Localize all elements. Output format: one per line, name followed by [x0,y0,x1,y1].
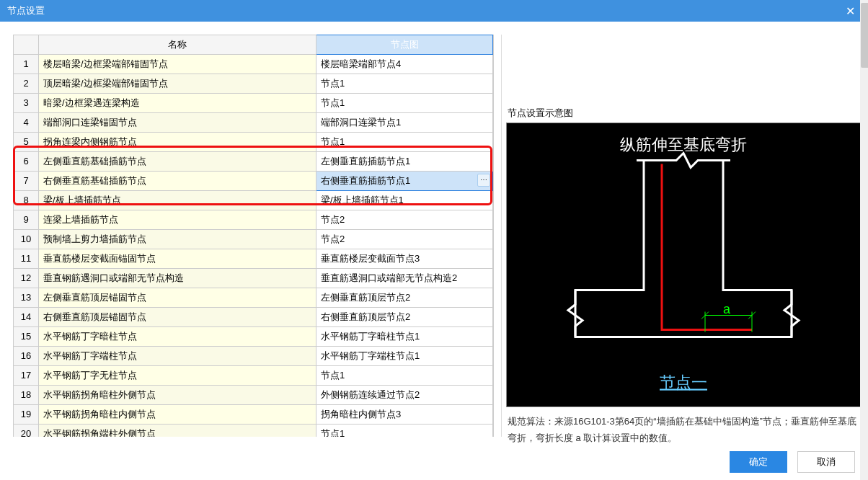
diagram-cell[interactable]: 节点1 [316,94,493,113]
name-cell[interactable]: 右侧垂直筋顶层锚固节点 [39,308,316,327]
row-number: 15 [14,327,39,347]
table-row[interactable]: 14右侧垂直筋顶层锚固节点右侧垂直筋顶层节点2 [14,308,493,327]
name-cell[interactable]: 左侧垂直筋顶层锚固节点 [39,288,316,308]
name-cell[interactable]: 连梁上墙插筋节点 [39,210,316,230]
dialog-footer: 确定 取消 [0,444,868,480]
diagram-cell[interactable]: 左侧垂直筋插筋节点1 [316,152,493,172]
diagram-cell[interactable]: 节点2 [316,230,493,249]
row-number: 11 [14,249,39,269]
diagram-cell[interactable]: 节点2 [316,210,493,230]
row-number: 10 [14,230,39,249]
row-number: 16 [14,347,39,366]
ellipsis-button[interactable]: ⋯ [477,174,490,187]
table-row[interactable]: 15水平钢筋丁字暗柱节点水平钢筋丁字暗柱节点1 [14,327,493,347]
scrollbar-vertical[interactable] [860,0,868,480]
table-row[interactable]: 7右侧垂直筋基础插筋节点右侧垂直筋插筋节点1⋯ [14,172,493,191]
table-row[interactable]: 11垂直筋楼层变截面锚固节点垂直筋楼层变截面节点3 [14,249,493,269]
dialog-title: 节点设置 [7,4,839,17]
diagram-link[interactable]: 节点一 [660,373,707,391]
row-number: 13 [14,288,39,308]
name-cell[interactable]: 右侧垂直筋基础插筋节点 [39,172,316,191]
preview-title: 节点设置示意图 [506,35,861,123]
diagram-cell[interactable]: 节点1 [316,74,493,94]
diagram-cell[interactable]: 拐角暗柱内侧节点3 [316,405,493,425]
diagram-cell[interactable]: 水平钢筋丁字暗柱节点1 [316,327,493,347]
name-cell[interactable]: 水平钢筋拐角端柱外侧节点 [39,425,316,437]
name-cell[interactable]: 梁/板上墙插筋节点 [39,191,316,210]
name-cell[interactable]: 水平钢筋拐角暗柱内侧节点 [39,405,316,425]
name-cell[interactable]: 拐角连梁内侧钢筋节点 [39,133,316,152]
title-bar: 节点设置 ✕ [0,0,868,22]
name-cell[interactable]: 垂直筋楼层变截面锚固节点 [39,249,316,269]
name-cell[interactable]: 水平钢筋丁字端柱节点 [39,347,316,366]
table-row[interactable]: 8梁/板上墙插筋节点梁/板上墙插筋节点1 [14,191,493,210]
table-row[interactable]: 10预制墙上剪力墙插筋节点节点2 [14,230,493,249]
diagram-cell[interactable]: 外侧钢筋连续通过节点2 [316,386,493,405]
table-row[interactable]: 16水平钢筋丁字端柱节点水平钢筋丁字端柱节点1 [14,347,493,366]
table-row[interactable]: 20水平钢筋拐角端柱外侧节点节点1 [14,425,493,437]
ok-button[interactable]: 确定 [730,451,787,473]
preview-pane: 节点设置示意图 纵筋伸至基底弯折 a [501,35,861,437]
break-line-top [637,154,730,168]
diagram-cell[interactable]: 垂直筋遇洞口或端部无节点构造2 [316,269,493,288]
diagram-cell[interactable]: 端部洞口连梁节点1 [316,113,493,133]
diagram-cell[interactable]: 左侧垂直筋顶层节点2 [316,288,493,308]
diagram-cell[interactable]: 水平钢筋丁字端柱节点1 [316,347,493,366]
table-row[interactable]: 6左侧垂直筋基础插筋节点左侧垂直筋插筋节点1 [14,152,493,172]
table-row[interactable]: 13左侧垂直筋顶层锚固节点左侧垂直筋顶层节点2 [14,288,493,308]
col-header-num [14,35,39,55]
table-pane: 名称 节点图 1楼层暗梁/边框梁端部锚固节点楼层暗梁端部节点42顶层暗梁/边框梁… [13,35,494,437]
name-cell[interactable]: 顶层暗梁/边框梁端部锚固节点 [39,74,316,94]
table-row[interactable]: 12垂直钢筋遇洞口或端部无节点构造垂直筋遇洞口或端部无节点构造2 [14,269,493,288]
diagram-cell[interactable]: 右侧垂直筋插筋节点1⋯ [316,172,493,191]
name-cell[interactable]: 暗梁/边框梁遇连梁构造 [39,94,316,113]
col-header-name: 名称 [39,35,316,55]
section-outline [575,161,792,337]
name-cell[interactable]: 楼层暗梁/边框梁端部锚固节点 [39,55,316,74]
diagram-cell[interactable]: 节点1 [316,425,493,437]
table-row[interactable]: 18水平钢筋拐角暗柱外侧节点外侧钢筋连续通过节点2 [14,386,493,405]
row-number: 3 [14,94,39,113]
row-number: 19 [14,405,39,425]
table-header-row: 名称 节点图 [14,35,493,55]
diagram-cell[interactable]: 节点1 [316,366,493,386]
name-cell[interactable]: 水平钢筋丁字暗柱节点 [39,327,316,347]
scrollbar-thumb[interactable] [861,3,868,68]
dim-label: a [723,302,731,316]
row-number: 7 [14,172,39,191]
node-table: 名称 节点图 1楼层暗梁/边框梁端部锚固节点楼层暗梁端部节点42顶层暗梁/边框梁… [13,35,493,437]
cancel-button[interactable]: 取消 [797,451,855,473]
col-header-diagram[interactable]: 节点图 [316,35,493,55]
table-row[interactable]: 2顶层暗梁/边框梁端部锚固节点节点1 [14,74,493,94]
row-number: 6 [14,152,39,172]
name-cell[interactable]: 垂直钢筋遇洞口或端部无节点构造 [39,269,316,288]
row-number: 1 [14,55,39,74]
row-number: 5 [14,133,39,152]
row-number: 20 [14,425,39,437]
table-row[interactable]: 5拐角连梁内侧钢筋节点节点1 [14,133,493,152]
row-number: 4 [14,113,39,133]
diagram-cell[interactable]: 节点1 [316,133,493,152]
name-cell[interactable]: 端部洞口连梁锚固节点 [39,113,316,133]
name-cell[interactable]: 预制墙上剪力墙插筋节点 [39,230,316,249]
row-number: 18 [14,386,39,405]
diagram-cell[interactable]: 梁/板上墙插筋节点1 [316,191,493,210]
table-row[interactable]: 3暗梁/边框梁遇连梁构造节点1 [14,94,493,113]
table-row[interactable]: 9连梁上墙插筋节点节点2 [14,210,493,230]
diagram-cell[interactable]: 楼层暗梁端部节点4 [316,55,493,74]
table-row[interactable]: 1楼层暗梁/边框梁端部锚固节点楼层暗梁端部节点4 [14,55,493,74]
table-row[interactable]: 17水平钢筋丁字无柱节点节点1 [14,366,493,386]
name-cell[interactable]: 左侧垂直筋基础插筋节点 [39,152,316,172]
diagram-caption: 纵筋伸至基底弯折 [620,135,747,154]
diagram-cell[interactable]: 右侧垂直筋顶层节点2 [316,308,493,327]
table-row[interactable]: 19水平钢筋拐角暗柱内侧节点拐角暗柱内侧节点3 [14,405,493,425]
table-row[interactable]: 4端部洞口连梁锚固节点端部洞口连梁节点1 [14,113,493,133]
name-cell[interactable]: 水平钢筋拐角暗柱外侧节点 [39,386,316,405]
diagram-cell[interactable]: 垂直筋楼层变截面节点3 [316,249,493,269]
row-number: 17 [14,366,39,386]
row-number: 2 [14,74,39,94]
close-icon[interactable]: ✕ [839,0,861,22]
row-number: 9 [14,210,39,230]
row-number: 12 [14,269,39,288]
name-cell[interactable]: 水平钢筋丁字无柱节点 [39,366,316,386]
